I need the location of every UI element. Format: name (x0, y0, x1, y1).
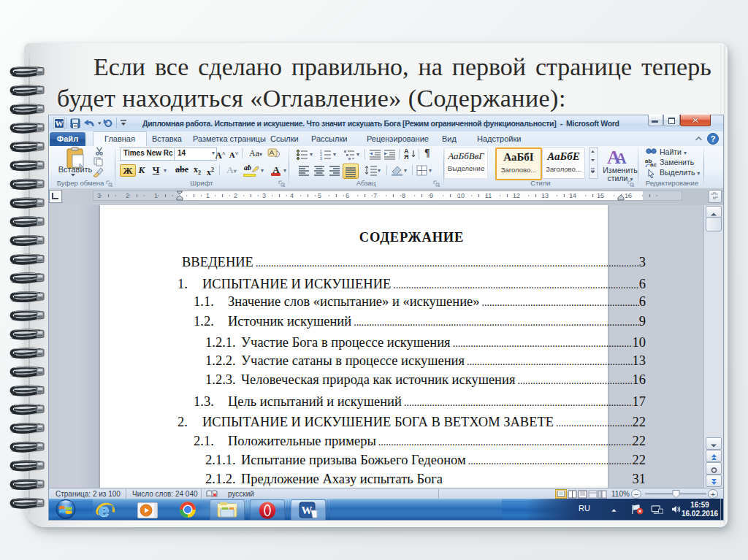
svg-text:?: ? (711, 134, 716, 143)
svg-text:W: W (302, 505, 313, 516)
svg-text:W: W (56, 119, 64, 128)
